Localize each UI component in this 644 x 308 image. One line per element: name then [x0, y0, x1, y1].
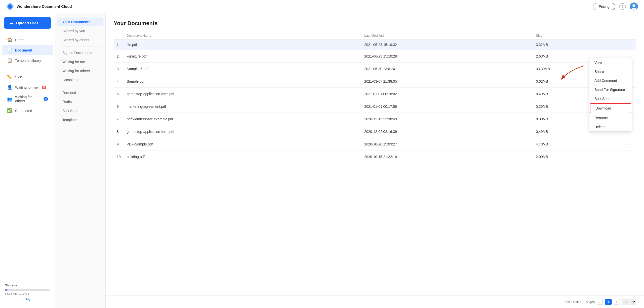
- row-num: 3: [114, 63, 124, 75]
- sub-nav-shared-by-you-label: Shared by you: [62, 29, 85, 33]
- row-name: Sample_6.pdf: [124, 63, 361, 75]
- sidebar-item-completed[interactable]: ✅ Completed: [2, 106, 53, 116]
- sidebar-item-document[interactable]: 📄 Document: [2, 45, 53, 55]
- sub-nav-drafts[interactable]: Drafts: [57, 97, 103, 106]
- sub-nav-shared-by-others[interactable]: Shared by others: [57, 36, 103, 44]
- sub-nav-waiting-for-others[interactable]: Waiting for others: [57, 67, 103, 75]
- sidebar-item-waiting-others[interactable]: 👥 Waiting for others 3: [2, 92, 53, 106]
- help-icon[interactable]: ?: [619, 3, 626, 10]
- doc-title: Your Documents: [114, 20, 636, 27]
- next-page-button[interactable]: ›: [614, 299, 620, 305]
- sub-nav-waiting-for-me[interactable]: Waiting for me: [57, 58, 103, 66]
- table-row[interactable]: 4 Sample.pdf 2021-03-07 21:38:05 0.02MB …: [114, 75, 636, 88]
- row-date: 2020-12-15 22:38:49: [361, 113, 533, 125]
- storage-bar-fill: [5, 289, 8, 291]
- table-row[interactable]: 2 Furniture.pdf 2021-06-23 15:10:28 2.63…: [114, 50, 636, 63]
- sub-nav-shared-by-others-label: Shared by others: [62, 38, 89, 42]
- nav-section: 🏠 Home 📄 Document 📋 Template Library: [0, 34, 55, 67]
- table-body: 1 life.pdf 2021-06-23 15:10:32 3.32MB 2 …: [114, 40, 636, 163]
- storage-label: Storage: [5, 283, 50, 287]
- row-date: 2021-06-23 15:10:32: [361, 40, 533, 50]
- upload-files-button[interactable]: ☁ Upload Files: [4, 17, 51, 29]
- row-num: 4: [114, 75, 124, 88]
- completed-icon: ✅: [7, 108, 12, 113]
- row-name: Furniture.pdf: [124, 50, 361, 63]
- app-title: Wondershare Document Cloud: [17, 4, 72, 9]
- row-num: 7: [114, 113, 124, 125]
- table-row[interactable]: 8 gamestop-application-form.pdf 2020-12-…: [114, 125, 636, 138]
- sub-nav-template[interactable]: Template: [57, 116, 103, 124]
- page-size-select[interactable]: 20 50 100: [622, 299, 636, 305]
- table-row[interactable]: 9 PDF-Sample.pdf 2020-10-20 15:03:27 4.7…: [114, 138, 636, 150]
- context-menu-item-view[interactable]: View: [589, 58, 632, 67]
- sidebar-item-waiting-me[interactable]: 👤 Waiting for me 5: [2, 82, 53, 92]
- avatar[interactable]: [630, 3, 638, 11]
- sub-nav-declined[interactable]: Declined: [57, 88, 103, 97]
- row-date: 2021-01-01 00:18:02: [361, 88, 533, 100]
- row-name: life.pdf: [124, 40, 361, 50]
- table-row[interactable]: 7 pdf wondershare example.pdf 2020-12-15…: [114, 113, 636, 125]
- svg-point-4: [632, 4, 635, 7]
- waiting-me-icon: 👤: [7, 85, 12, 90]
- sub-nav-waiting-for-me-label: Waiting for me: [62, 60, 85, 64]
- col-size: Size: [533, 32, 622, 40]
- documents-table: Document Name Last Modified Size 1 life.…: [114, 32, 636, 163]
- doc-area: Your Documents Document Name Last Modifi…: [106, 13, 644, 295]
- row-date: 2020-12-02 02:16:39: [361, 125, 533, 138]
- pricing-button[interactable]: Pricing: [593, 3, 615, 10]
- context-menu-item-bulk-send[interactable]: Bulk Send: [589, 94, 632, 103]
- row-num: 8: [114, 125, 124, 138]
- context-menu-item-send-signature[interactable]: Send For Signature: [589, 85, 632, 94]
- row-date: 2020-10-20 15:03:27: [361, 138, 533, 150]
- sub-nav-shared-by-you[interactable]: Shared by you: [57, 27, 103, 35]
- row-actions: ···: [622, 138, 636, 150]
- upload-files-label: Upload Files: [16, 21, 38, 25]
- sub-nav-your-documents-label: Your Documents: [62, 20, 90, 24]
- context-menu-item-add-comment[interactable]: Add Comment: [589, 76, 632, 85]
- sub-nav-your-documents[interactable]: Your Documents: [57, 18, 103, 26]
- table-row[interactable]: 5 gamestop-application-form.pdf 2021-01-…: [114, 88, 636, 100]
- table-row[interactable]: 10 building.pdf 2020-10-15 21:22:10 2.00…: [114, 150, 636, 163]
- sidebar-item-waiting-others-label: Waiting for others: [15, 95, 39, 103]
- sub-nav-bulk-send[interactable]: Bulk Send: [57, 107, 103, 115]
- context-menu-item-download[interactable]: Download: [590, 103, 631, 113]
- sidebar-item-home[interactable]: 🏠 Home: [2, 35, 53, 45]
- col-name: Document Name: [124, 32, 361, 40]
- context-menu-item-share[interactable]: Share: [589, 67, 632, 76]
- storage-text: 53.68 MB / 1.00 GB: [5, 292, 50, 295]
- row-num: 9: [114, 138, 124, 150]
- current-page-button[interactable]: 1: [605, 299, 612, 305]
- row-name: PDF-Sample.pdf: [124, 138, 361, 150]
- col-date: Last Modified: [361, 32, 533, 40]
- sidebar-item-completed-label: Completed: [15, 109, 32, 113]
- upload-icon: ☁: [9, 20, 14, 26]
- row-num: 1: [114, 40, 124, 50]
- row-name: gamestop-application-form.pdf: [124, 88, 361, 100]
- prev-page-button[interactable]: ‹: [597, 299, 603, 305]
- row-date: 2021-05-30 23:01:41: [361, 63, 533, 75]
- row-menu-button[interactable]: ···: [625, 141, 633, 147]
- row-size: 3.32MB: [533, 40, 622, 50]
- row-date: 2021-03-07 21:38:05: [361, 75, 533, 88]
- document-icon: 📄: [7, 47, 12, 53]
- sidebar-item-sign[interactable]: ✏️ Sign: [2, 72, 53, 82]
- waiting-others-badge: 3: [44, 97, 48, 101]
- row-menu-button[interactable]: ···: [625, 153, 633, 160]
- sub-nav-divider-2: [59, 86, 101, 86]
- table-row[interactable]: 3 Sample_6.pdf 2021-05-30 23:01:41 33.39…: [114, 63, 636, 75]
- sidebar-item-template[interactable]: 📋 Template Library: [2, 55, 53, 66]
- table-row[interactable]: 6 marketing-agreement.pdf 2021-01-01 00:…: [114, 100, 636, 113]
- main-layout: ☁ Upload Files 🏠 Home 📄 Document 📋 Templ…: [0, 13, 644, 308]
- row-name: pdf wondershare example.pdf: [124, 113, 361, 125]
- sub-nav-signed-documents[interactable]: Signed Documents: [57, 48, 103, 57]
- topbar-right: Pricing ?: [593, 3, 638, 11]
- table-row[interactable]: 1 life.pdf 2021-06-23 15:10:32 3.32MB: [114, 40, 636, 50]
- sub-nav-drafts-label: Drafts: [62, 100, 72, 104]
- row-date: 2021-06-23 15:10:28: [361, 50, 533, 63]
- context-menu-item-delete[interactable]: Delete: [589, 122, 632, 131]
- row-num: 5: [114, 88, 124, 100]
- sub-nav-completed[interactable]: Completed: [57, 76, 103, 84]
- row-date: 2021-01-01 00:17:56: [361, 100, 533, 113]
- context-menu-item-rename[interactable]: Rename: [589, 113, 632, 122]
- buy-button[interactable]: Buy: [5, 297, 50, 301]
